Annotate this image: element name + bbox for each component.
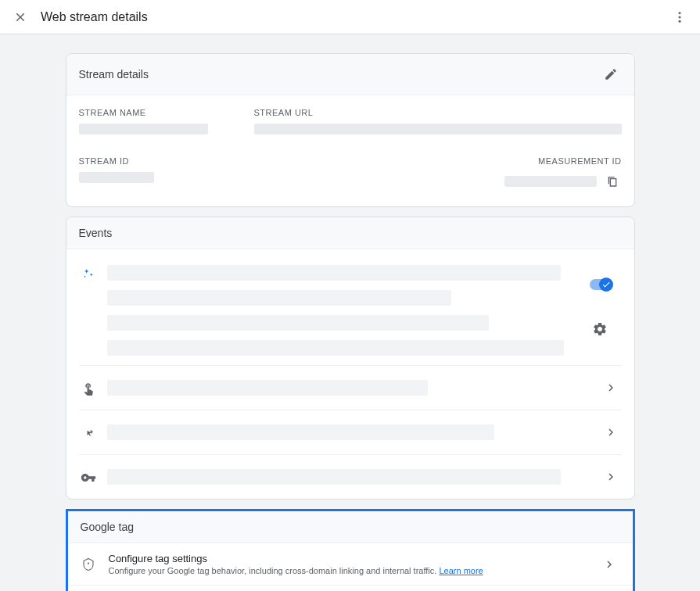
svg-point-2: [679, 20, 681, 22]
content: Stream details STREAM NAME STREAM URL ST…: [66, 34, 635, 591]
page-title: Web stream details: [41, 10, 148, 24]
copy-measurement-id-button[interactable]: [603, 172, 622, 191]
stream-url-value: [254, 124, 622, 134]
chevron-right-icon: [598, 553, 620, 575]
modify-events-row[interactable]: [79, 365, 622, 410]
close-button[interactable]: [9, 6, 31, 28]
close-icon: [13, 10, 27, 24]
svg-point-1: [679, 16, 681, 18]
gtag-row-desc: Configure your Google tag behavior, incl…: [109, 566, 598, 575]
stream-id-value: [79, 172, 154, 183]
google-tag-title: Google tag: [81, 521, 135, 533]
measurement-id-value: [504, 176, 597, 187]
stream-details-card: Stream details STREAM NAME STREAM URL ST…: [66, 53, 635, 207]
placeholder-bar: [107, 380, 428, 396]
chevron-right-icon: [600, 421, 622, 443]
gear-icon: [592, 321, 608, 337]
placeholder-bar: [107, 315, 489, 331]
tag-icon: [81, 557, 96, 571]
configure-tag-settings-row[interactable]: Configure tag settings Configure your Go…: [68, 543, 633, 585]
events-card: Events: [66, 217, 635, 500]
more-vert-icon: [673, 10, 687, 24]
stream-details-header: Stream details: [66, 54, 634, 95]
google-tag-header: Google tag: [68, 511, 633, 543]
more-menu-button[interactable]: [669, 6, 691, 28]
sparkle-icon: [79, 267, 98, 281]
learn-more-link[interactable]: Learn more: [439, 566, 483, 575]
google-tag-card: Google tag Configure tag settings Config…: [66, 509, 635, 591]
stream-id-label: STREAM ID: [79, 156, 154, 166]
placeholder-bar: [107, 340, 564, 356]
measurement-id-label: MEASUREMENT ID: [504, 156, 622, 166]
chevron-right-icon: [600, 377, 622, 399]
cursor-click-icon: [79, 426, 98, 440]
placeholder-bar: [107, 469, 561, 485]
edit-stream-button[interactable]: [600, 63, 622, 85]
create-events-row[interactable]: [79, 410, 622, 454]
stream-name-label: STREAM NAME: [79, 108, 235, 117]
pencil-icon: [604, 67, 618, 81]
enhanced-measurement-toggle[interactable]: [590, 279, 610, 290]
svg-point-0: [679, 12, 681, 14]
placeholder-bar: [107, 424, 494, 440]
key-icon: [79, 470, 98, 485]
page-header: Web stream details: [0, 0, 700, 34]
placeholder-bar: [107, 290, 451, 306]
enhanced-measurement-row: [79, 262, 622, 365]
gtag-row-title: Configure tag settings: [109, 553, 598, 564]
measurement-id-field: MEASUREMENT ID: [504, 156, 622, 191]
stream-url-field: STREAM URL: [254, 108, 622, 134]
manage-connected-tags-row[interactable]: Manage connected site tags Load tags for…: [68, 585, 633, 591]
stream-name-value: [79, 124, 208, 134]
stream-details-body: STREAM NAME STREAM URL STREAM ID MEASURE…: [66, 95, 634, 206]
chevron-right-icon: [600, 466, 622, 488]
stream-id-field: STREAM ID: [79, 156, 154, 183]
stream-details-title: Stream details: [79, 68, 149, 81]
enhanced-measurement-settings-button[interactable]: [589, 318, 611, 340]
events-title: Events: [79, 227, 113, 239]
touch-icon: [79, 381, 98, 396]
check-icon: [599, 278, 613, 292]
google-tag-body: Configure tag settings Configure your Go…: [68, 543, 633, 591]
events-header: Events: [66, 217, 634, 249]
placeholder-bar: [107, 265, 561, 281]
stream-url-label: STREAM URL: [254, 108, 622, 117]
events-body: [66, 249, 634, 499]
stream-name-field: STREAM NAME: [79, 108, 235, 134]
measurement-secret-row[interactable]: [79, 454, 622, 499]
copy-icon: [606, 175, 619, 188]
svg-point-3: [87, 562, 88, 564]
